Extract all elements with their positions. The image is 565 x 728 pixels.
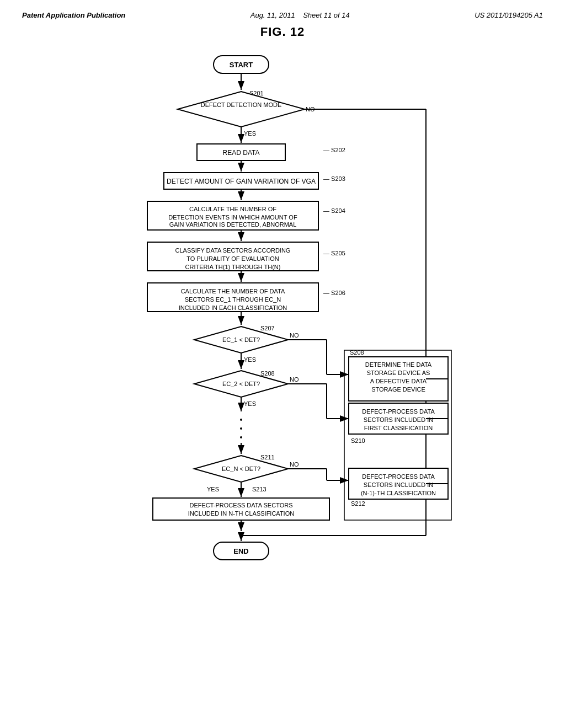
svg-text:NO: NO [290, 332, 299, 339]
header-left: Patent Application Publication [22, 11, 125, 19]
svg-text:— S205: — S205 [323, 250, 345, 256]
header-right: US 2011/0194205 A1 [475, 11, 543, 19]
header-center: Aug. 11, 2011 Sheet 11 of 14 [250, 11, 350, 19]
svg-marker-6 [178, 92, 305, 127]
svg-text:DEFECT-PROCESS DATA SECTORS: DEFECT-PROCESS DATA SECTORS [189, 502, 292, 508]
svg-text:NO: NO [290, 376, 299, 383]
svg-text:•: • [240, 415, 243, 424]
svg-text:CLASSIFY DATA SECTORS ACCORDIN: CLASSIFY DATA SECTORS ACCORDING [175, 247, 291, 254]
svg-text:S212: S212 [351, 500, 365, 507]
svg-text:DETECT AMOUNT OF GAIN VARIATIO: DETECT AMOUNT OF GAIN VARIATION OF VGA [167, 178, 316, 185]
flowchart-svg: START S201 DEFECT DETECTION MODE YES NO … [67, 50, 498, 657]
svg-text:SECTORS INCLUDED IN: SECTORS INCLUDED IN [364, 481, 433, 488]
svg-text:STORAGE DEVICE AS: STORAGE DEVICE AS [367, 370, 430, 376]
svg-text:NO: NO [290, 461, 299, 468]
svg-text:TO PLURALITY OF EVALUATION: TO PLURALITY OF EVALUATION [186, 255, 279, 262]
svg-text:YES: YES [244, 356, 256, 363]
svg-text:S210: S210 [351, 437, 365, 444]
svg-text:FIRST CLASSIFICATION: FIRST CLASSIFICATION [364, 425, 433, 431]
svg-text:S208: S208 [260, 370, 275, 377]
svg-text:•: • [240, 424, 243, 433]
svg-text:EC_N < DET?: EC_N < DET? [222, 465, 260, 472]
svg-text:END: END [233, 547, 248, 555]
svg-text:START: START [230, 61, 253, 69]
svg-text:DEFECT DETECTION MODE: DEFECT DETECTION MODE [201, 101, 281, 108]
svg-text:S211: S211 [260, 454, 275, 461]
svg-text:(N-1)-TH CLASSIFICATION: (N-1)-TH CLASSIFICATION [361, 490, 436, 496]
svg-text:— S204: — S204 [323, 207, 345, 214]
svg-rect-90 [153, 498, 329, 520]
svg-text:A DEFECTIVE DATA: A DEFECTIVE DATA [370, 378, 427, 384]
svg-text:— S203: — S203 [323, 175, 345, 182]
figure-title: FIG. 12 [22, 25, 543, 39]
svg-text:YES: YES [244, 130, 256, 137]
svg-text:DEFECT-PROCESS DATA: DEFECT-PROCESS DATA [362, 473, 435, 480]
svg-text:CALCULATE THE NUMBER OF DATA: CALCULATE THE NUMBER OF DATA [181, 288, 285, 295]
svg-text:STORAGE DEVICE: STORAGE DEVICE [371, 386, 425, 393]
svg-text:DETECTION EVENTS IN WHICH AMOU: DETECTION EVENTS IN WHICH AMOUNT OF [168, 214, 297, 221]
flowchart: START S201 DEFECT DETECTION MODE YES NO … [67, 50, 498, 659]
svg-text:INCLUDED IN EACH CLASSIFICATIO: INCLUDED IN EACH CLASSIFICATION [179, 304, 287, 311]
svg-text:GAIN VARIATION IS DETECTED, AB: GAIN VARIATION IS DETECTED, ABNORMAL [169, 221, 297, 228]
svg-text:CRITERIA TH(1) THROUGH TH(N): CRITERIA TH(1) THROUGH TH(N) [185, 264, 281, 270]
svg-text:DETERMINE THE DATA: DETERMINE THE DATA [365, 361, 432, 368]
svg-text:EC_2 < DET?: EC_2 < DET? [222, 381, 260, 387]
svg-text:— S206: — S206 [323, 290, 345, 296]
svg-text:— S202: — S202 [323, 147, 345, 153]
header: Patent Application Publication Aug. 11, … [22, 11, 543, 19]
svg-text:S213: S213 [252, 486, 266, 493]
svg-text:READ DATA: READ DATA [223, 149, 260, 157]
page: Patent Application Publication Aug. 11, … [0, 0, 565, 728]
svg-text:S207: S207 [260, 325, 275, 331]
svg-text:EC_1 < DET?: EC_1 < DET? [222, 336, 260, 343]
svg-text:DEFECT-PROCESS DATA: DEFECT-PROCESS DATA [362, 408, 435, 415]
svg-text:SECTORS INCLUDED IN: SECTORS INCLUDED IN [364, 416, 433, 423]
svg-text:YES: YES [207, 486, 219, 493]
svg-text:CALCULATE THE NUMBER OF: CALCULATE THE NUMBER OF [189, 206, 276, 212]
svg-text:YES: YES [244, 400, 256, 407]
svg-text:SECTORS EC_1 THROUGH EC_N: SECTORS EC_1 THROUGH EC_N [185, 296, 281, 303]
svg-text:•: • [240, 433, 243, 442]
svg-text:INCLUDED IN N-TH CLASSIFICATIO: INCLUDED IN N-TH CLASSIFICATION [188, 510, 294, 517]
